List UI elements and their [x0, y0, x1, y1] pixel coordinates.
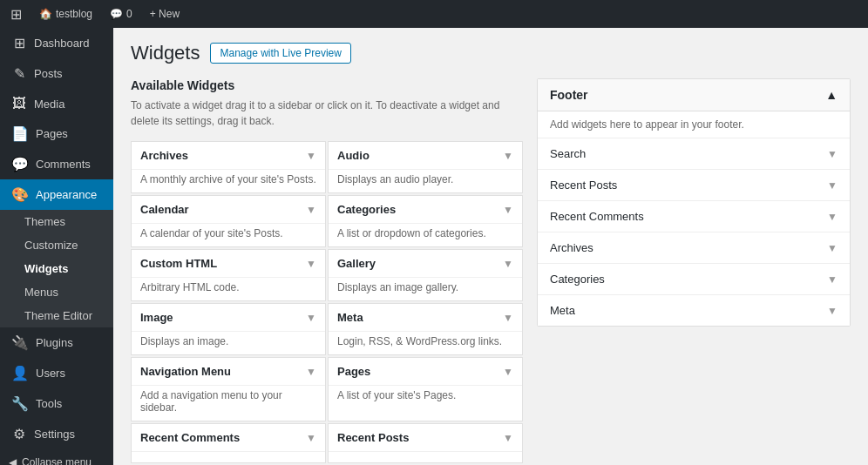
- widget-name: Image: [140, 311, 173, 324]
- sidebar-item-posts[interactable]: ✎ Posts: [0, 58, 113, 89]
- sidebar-item-users[interactable]: 👤 Users: [0, 358, 113, 388]
- site-name-label: testblog: [56, 8, 92, 20]
- sidebar-item-widgets[interactable]: Widgets: [0, 257, 113, 280]
- widget-desc: [329, 451, 522, 462]
- widget-desc: A calendar of your site's Posts.: [132, 223, 325, 246]
- footer-box: Footer ▲ Add widgets here to appear in y…: [537, 78, 851, 327]
- sidebar-item-pages[interactable]: 📄 Pages: [0, 118, 113, 149]
- footer-box-description: Add widgets here to appear in your foote…: [538, 111, 850, 138]
- sidebar-item-label: Comments: [36, 158, 91, 171]
- sidebar-item-settings[interactable]: ⚙ Settings: [0, 419, 113, 449]
- new-label: + New: [150, 8, 180, 20]
- sidebar-item-customize[interactable]: Customize: [0, 233, 113, 257]
- widget-recent-comments[interactable]: Recent Comments ▼: [131, 423, 326, 463]
- footer-widget-recent-comments[interactable]: Recent Comments ▼: [538, 201, 850, 232]
- sidebar-item-comments[interactable]: 💬 Comments: [0, 149, 113, 179]
- widget-item-header: Audio ▼: [329, 142, 522, 169]
- chevron-down-icon: ▼: [306, 366, 316, 378]
- footer-widget-name: Recent Posts: [550, 179, 617, 192]
- widget-name: Navigation Menu: [140, 365, 231, 378]
- sidebar-item-media[interactable]: 🖼 Media: [0, 89, 113, 118]
- chevron-down-icon: ▼: [503, 312, 513, 324]
- comment-icon: 💬: [110, 8, 123, 20]
- sidebar-item-themes[interactable]: Themes: [0, 210, 113, 233]
- widget-gallery[interactable]: Gallery ▼ Displays an image gallery.: [328, 249, 523, 301]
- chevron-down-icon: ▼: [827, 305, 837, 317]
- footer-widget-archives[interactable]: Archives ▼: [538, 232, 850, 264]
- widget-item-header: Calendar ▼: [132, 196, 325, 223]
- chevron-down-icon: ▼: [306, 312, 316, 324]
- footer-widget-meta[interactable]: Meta ▼: [538, 295, 850, 326]
- chevron-down-icon: ▼: [827, 211, 837, 223]
- admin-bar: ⊞ 🏠 testblog 💬 0 + New: [0, 0, 868, 28]
- widget-meta[interactable]: Meta ▼ Login, RSS, & WordPress.org links…: [328, 303, 523, 355]
- chevron-down-icon: ▼: [503, 432, 513, 444]
- widget-pages[interactable]: Pages ▼ A list of your site's Pages.: [328, 357, 523, 421]
- widget-desc: Add a navigation menu to your sidebar.: [132, 385, 325, 421]
- footer-panel: Footer ▲ Add widgets here to appear in y…: [537, 78, 851, 463]
- site-name[interactable]: 🏠 testblog: [36, 0, 96, 28]
- sidebar-item-plugins[interactable]: 🔌 Plugins: [0, 327, 113, 358]
- posts-icon: ✎: [11, 65, 27, 82]
- sidebar-item-appearance[interactable]: 🎨 Appearance: [0, 179, 113, 210]
- page-header: Widgets Manage with Live Preview: [131, 42, 851, 64]
- widget-name: Recent Comments: [140, 431, 240, 444]
- chevron-down-icon: ▼: [827, 242, 837, 254]
- chevron-down-icon: ▼: [503, 258, 513, 270]
- footer-box-header: Footer ▲: [538, 79, 850, 111]
- widget-item-header: Recent Posts ▼: [329, 424, 522, 451]
- widget-desc: Login, RSS, & WordPress.org links.: [329, 331, 522, 354]
- content-area: Widgets Manage with Live Preview Availab…: [113, 28, 868, 465]
- footer-widget-categories[interactable]: Categories ▼: [538, 264, 850, 295]
- sidebar-item-dashboard[interactable]: ⊞ Dashboard: [0, 28, 113, 58]
- widget-name: Audio: [337, 149, 370, 162]
- available-widgets-title: Available Widgets: [131, 78, 523, 92]
- page-title: Widgets: [131, 42, 200, 64]
- users-icon: 👤: [11, 365, 29, 381]
- sidebar-item-label: Dashboard: [34, 37, 90, 50]
- widget-name: Categories: [337, 203, 396, 216]
- widget-name: Meta: [337, 311, 363, 324]
- footer-widget-search[interactable]: Search ▼: [538, 138, 850, 170]
- widget-recent-posts[interactable]: Recent Posts ▼: [328, 423, 523, 463]
- wp-logo[interactable]: ⊞: [7, 0, 25, 28]
- dashboard-icon: ⊞: [11, 35, 27, 51]
- widget-item-header: Archives ▼: [132, 142, 325, 169]
- collapse-icon: ◀: [9, 456, 17, 465]
- new-item[interactable]: + New: [146, 0, 183, 28]
- sidebar-item-tools[interactable]: 🔧 Tools: [0, 388, 113, 419]
- collapse-menu[interactable]: ◀ Collapse menu: [0, 449, 113, 465]
- widget-archives[interactable]: Archives ▼ A monthly archive of your sit…: [131, 141, 326, 193]
- comments-link[interactable]: 💬 0: [106, 0, 136, 28]
- widget-desc: Displays an image.: [132, 331, 325, 354]
- footer-widget-recent-posts[interactable]: Recent Posts ▼: [538, 170, 850, 201]
- widget-audio[interactable]: Audio ▼ Displays an audio player.: [328, 141, 523, 193]
- widget-categories[interactable]: Categories ▼ A list or dropdown of categ…: [328, 195, 523, 247]
- widget-grid: Archives ▼ A monthly archive of your sit…: [131, 141, 523, 463]
- footer-title: Footer: [550, 88, 588, 102]
- tools-icon: 🔧: [11, 395, 29, 412]
- pages-icon: 📄: [11, 125, 29, 142]
- widget-image[interactable]: Image ▼ Displays an image.: [131, 303, 326, 355]
- sidebar-item-label: Settings: [34, 428, 75, 441]
- chevron-down-icon: ▼: [827, 179, 837, 192]
- widget-desc: [132, 451, 325, 462]
- comments-icon: 💬: [11, 156, 29, 172]
- widget-desc: Displays an image gallery.: [329, 277, 522, 300]
- widget-calendar[interactable]: Calendar ▼ A calendar of your site's Pos…: [131, 195, 326, 247]
- live-preview-button[interactable]: Manage with Live Preview: [210, 43, 350, 64]
- widget-item-header: Pages ▼: [329, 358, 522, 385]
- widget-navigation-menu[interactable]: Navigation Menu ▼ Add a navigation menu …: [131, 357, 326, 421]
- footer-widget-name: Meta: [550, 304, 575, 317]
- collapse-icon: ▲: [825, 88, 837, 102]
- chevron-down-icon: ▼: [306, 150, 316, 162]
- sidebar-item-label: Plugins: [36, 336, 73, 349]
- widget-name: Pages: [337, 365, 370, 378]
- wp-icon: ⊞: [10, 6, 22, 23]
- widget-name: Gallery: [337, 257, 376, 270]
- collapse-label: Collapse menu: [22, 456, 92, 465]
- sidebar-item-menus[interactable]: Menus: [0, 280, 113, 304]
- widget-custom-html[interactable]: Custom HTML ▼ Arbitrary HTML code.: [131, 249, 326, 301]
- sidebar-item-label: Tools: [36, 397, 62, 410]
- sidebar-item-theme-editor[interactable]: Theme Editor: [0, 304, 113, 327]
